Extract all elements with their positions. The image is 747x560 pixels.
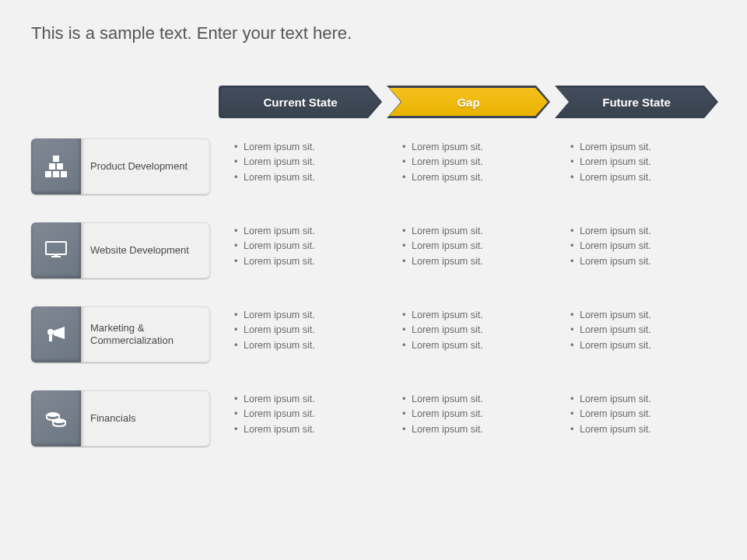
bullet: Lorem ipsum sit. <box>570 392 718 407</box>
cell: Lorem ipsum sit. Lorem ipsum sit. Lorem … <box>555 208 718 269</box>
svg-rect-3 <box>45 171 51 177</box>
bullet: Lorem ipsum sit. <box>234 407 382 422</box>
page-title: This is a sample text. Enter your text h… <box>31 23 716 44</box>
column-header-future-state: Future State <box>555 86 718 118</box>
svg-point-13 <box>53 418 65 423</box>
bullet: Lorem ipsum sit. <box>402 407 550 422</box>
bullet: Lorem ipsum sit. <box>234 239 382 254</box>
svg-rect-5 <box>61 171 67 177</box>
bullet: Lorem ipsum sit. <box>402 224 550 239</box>
bullet: Lorem ipsum sit. <box>570 407 718 422</box>
cell: Lorem ipsum sit. Lorem ipsum sit. Lorem … <box>387 208 550 269</box>
row-label: Product Development <box>81 160 210 173</box>
bullet: Lorem ipsum sit. <box>234 338 382 353</box>
bullet: Lorem ipsum sit. <box>402 170 550 185</box>
bullet: Lorem ipsum sit. <box>234 170 382 185</box>
svg-rect-11 <box>49 335 52 341</box>
column-header-label: Gap <box>387 86 550 118</box>
row-pill-financials: Financials <box>31 390 210 446</box>
bullet: Lorem ipsum sit. <box>234 155 382 170</box>
bullet: Lorem ipsum sit. <box>570 323 718 338</box>
cell: Lorem ipsum sit. Lorem ipsum sit. Lorem … <box>219 376 382 437</box>
bullet: Lorem ipsum sit. <box>402 308 550 323</box>
bullet: Lorem ipsum sit. <box>570 140 718 155</box>
megaphone-icon <box>31 306 81 362</box>
svg-rect-0 <box>53 156 59 162</box>
svg-point-12 <box>47 412 59 417</box>
bullet: Lorem ipsum sit. <box>234 254 382 269</box>
cell: Lorem ipsum sit. Lorem ipsum sit. Lorem … <box>387 292 550 353</box>
bullet: Lorem ipsum sit. <box>570 308 718 323</box>
row-pill-product-development: Product Development <box>31 138 210 194</box>
row-label: Financials <box>81 412 210 425</box>
svg-point-9 <box>47 329 54 335</box>
bullet: Lorem ipsum sit. <box>402 338 550 353</box>
bullet: Lorem ipsum sit. <box>234 392 382 407</box>
row-pill-marketing-commercialization: Marketing & Commercialization <box>31 306 210 362</box>
bullet: Lorem ipsum sit. <box>402 323 550 338</box>
bullet: Lorem ipsum sit. <box>570 254 718 269</box>
svg-rect-8 <box>54 254 58 257</box>
column-header-gap: Gap <box>387 86 550 118</box>
bullet: Lorem ipsum sit. <box>402 239 550 254</box>
row-pill-website-development: Website Development <box>31 222 210 278</box>
cell: Lorem ipsum sit. Lorem ipsum sit. Lorem … <box>219 292 382 353</box>
gap-analysis-grid: Current State Gap Future State Product D… <box>31 82 716 460</box>
bullet: Lorem ipsum sit. <box>234 422 382 437</box>
bullet: Lorem ipsum sit. <box>402 254 550 269</box>
cell: Lorem ipsum sit. Lorem ipsum sit. Lorem … <box>555 376 718 437</box>
svg-marker-10 <box>54 327 65 339</box>
bullet: Lorem ipsum sit. <box>234 323 382 338</box>
coins-icon <box>31 390 81 446</box>
bullet: Lorem ipsum sit. <box>570 338 718 353</box>
bullet: Lorem ipsum sit. <box>234 140 382 155</box>
column-header-label: Future State <box>555 86 718 118</box>
bullet: Lorem ipsum sit. <box>234 308 382 323</box>
monitor-icon <box>31 222 81 278</box>
slide: This is a sample text. Enter your text h… <box>0 0 747 560</box>
svg-rect-6 <box>46 242 66 254</box>
blocks-icon <box>31 138 81 194</box>
svg-rect-2 <box>57 163 63 170</box>
bullet: Lorem ipsum sit. <box>402 392 550 407</box>
bullet: Lorem ipsum sit. <box>570 170 718 185</box>
cell: Lorem ipsum sit. Lorem ipsum sit. Lorem … <box>387 124 550 185</box>
column-header-label: Current State <box>219 86 382 118</box>
cell: Lorem ipsum sit. Lorem ipsum sit. Lorem … <box>555 292 718 353</box>
row-label: Website Development <box>81 244 210 257</box>
cell: Lorem ipsum sit. Lorem ipsum sit. Lorem … <box>387 376 550 437</box>
bullet: Lorem ipsum sit. <box>570 239 718 254</box>
row-label: Marketing & Commercialization <box>81 322 210 348</box>
cell: Lorem ipsum sit. Lorem ipsum sit. Lorem … <box>219 208 382 269</box>
svg-rect-1 <box>49 163 55 170</box>
bullet: Lorem ipsum sit. <box>234 224 382 239</box>
bullet: Lorem ipsum sit. <box>570 422 718 437</box>
bullet: Lorem ipsum sit. <box>570 224 718 239</box>
svg-rect-4 <box>53 171 59 177</box>
cell: Lorem ipsum sit. Lorem ipsum sit. Lorem … <box>219 124 382 185</box>
column-header-current-state: Current State <box>219 86 382 118</box>
bullet: Lorem ipsum sit. <box>402 155 550 170</box>
bullet: Lorem ipsum sit. <box>402 140 550 155</box>
bullet: Lorem ipsum sit. <box>570 155 718 170</box>
bullet: Lorem ipsum sit. <box>402 422 550 437</box>
cell: Lorem ipsum sit. Lorem ipsum sit. Lorem … <box>555 124 718 185</box>
